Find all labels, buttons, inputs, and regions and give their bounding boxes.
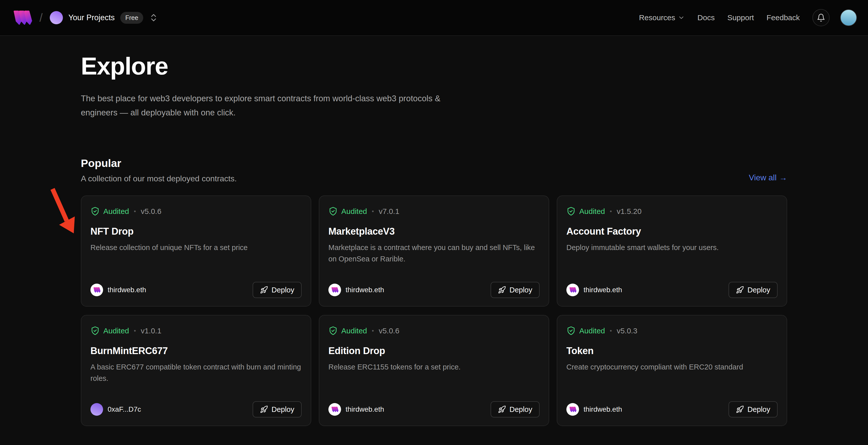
shield-check-icon bbox=[566, 206, 576, 216]
rocket-icon bbox=[736, 405, 744, 413]
publisher-avatar bbox=[566, 284, 579, 296]
contract-card-burnminterc677[interactable]: Audited • v1.0.1 BurnMintERC677 A basic … bbox=[81, 315, 311, 426]
meta-dot-icon: • bbox=[134, 208, 136, 215]
publisher-avatar bbox=[90, 284, 103, 296]
page-description: The best place for web3 developers to ex… bbox=[81, 91, 455, 120]
meta-dot-icon: • bbox=[610, 327, 612, 335]
card-title: BurnMintERC677 bbox=[90, 346, 302, 356]
version-label: v1.0.1 bbox=[141, 326, 161, 335]
notifications-button[interactable] bbox=[812, 9, 830, 26]
audited-label: Audited bbox=[103, 326, 129, 335]
bell-icon bbox=[817, 13, 825, 22]
rocket-icon bbox=[260, 405, 268, 413]
contract-card-token[interactable]: Audited • v5.0.3 Token Create cryptocurr… bbox=[557, 315, 787, 426]
publisher-link[interactable]: 0xaF...D7c bbox=[90, 403, 141, 416]
publisher-name: thirdweb.eth bbox=[584, 405, 622, 413]
deploy-button-label: Deploy bbox=[272, 405, 294, 414]
contract-card-edition-drop[interactable]: Audited • v5.0.6 Edition Drop Release ER… bbox=[319, 315, 549, 426]
shield-check-icon bbox=[329, 326, 338, 336]
deploy-button-label: Deploy bbox=[747, 286, 770, 294]
audited-label: Audited bbox=[579, 326, 605, 335]
deploy-button[interactable]: Deploy bbox=[491, 401, 539, 417]
deploy-button[interactable]: Deploy bbox=[491, 282, 539, 298]
audited-badge: Audited • v5.0.3 bbox=[566, 326, 778, 336]
section-title-popular: Popular bbox=[81, 157, 237, 169]
audited-badge: Audited • v5.0.6 bbox=[90, 206, 302, 216]
publisher-name: 0xaF...D7c bbox=[107, 405, 141, 413]
card-description: Release collection of unique NFTs for a … bbox=[90, 242, 302, 253]
breadcrumb-slash: / bbox=[39, 11, 43, 25]
contract-card-account-factory[interactable]: Audited • v1.5.20 Account Factory Deploy… bbox=[557, 195, 787, 307]
deploy-button[interactable]: Deploy bbox=[728, 401, 778, 417]
audited-label: Audited bbox=[341, 207, 367, 216]
version-label: v5.0.6 bbox=[141, 207, 161, 216]
shield-check-icon bbox=[329, 206, 338, 216]
nav-link-support[interactable]: Support bbox=[727, 13, 754, 22]
card-description: Marketplace is a contract where you can … bbox=[329, 242, 539, 265]
rocket-icon bbox=[498, 286, 506, 294]
publisher-avatar bbox=[329, 284, 341, 296]
audited-badge: Audited • v7.0.1 bbox=[329, 206, 539, 216]
contract-card-grid: Audited • v5.0.6 NFT Drop Release collec… bbox=[81, 195, 787, 426]
explore-page: Explore The best place for web3 develope… bbox=[0, 36, 868, 426]
deploy-button[interactable]: Deploy bbox=[728, 282, 778, 298]
deploy-button[interactable]: Deploy bbox=[253, 401, 302, 417]
version-label: v7.0.1 bbox=[379, 207, 399, 216]
card-title: Edition Drop bbox=[329, 346, 539, 356]
top-navbar: / Your Projects Free Resources Docs Supp… bbox=[0, 0, 868, 36]
contract-card-marketplacev3[interactable]: Audited • v7.0.1 MarketplaceV3 Marketpla… bbox=[319, 195, 549, 307]
audited-label: Audited bbox=[341, 326, 367, 335]
card-title: Token bbox=[566, 346, 778, 356]
user-avatar[interactable] bbox=[840, 9, 857, 26]
audited-badge: Audited • v1.5.20 bbox=[566, 206, 778, 216]
publisher-name: thirdweb.eth bbox=[107, 286, 146, 294]
deploy-button-label: Deploy bbox=[509, 405, 532, 414]
publisher-name: thirdweb.eth bbox=[346, 286, 384, 294]
thirdweb-logo[interactable] bbox=[12, 10, 32, 25]
publisher-avatar bbox=[566, 403, 579, 416]
rocket-icon bbox=[498, 405, 506, 413]
card-title: MarketplaceV3 bbox=[329, 226, 539, 237]
card-description: Create cryptocurrency compliant with ERC… bbox=[566, 361, 778, 373]
card-description: Release ERC1155 tokens for a set price. bbox=[329, 361, 539, 373]
publisher-link[interactable]: thirdweb.eth bbox=[329, 403, 384, 416]
publisher-avatar bbox=[329, 403, 341, 416]
project-avatar bbox=[50, 11, 63, 24]
arrow-right-icon: → bbox=[779, 173, 787, 182]
publisher-link[interactable]: thirdweb.eth bbox=[566, 284, 622, 296]
project-switcher[interactable]: Your Projects Free bbox=[50, 11, 159, 24]
view-all-label: View all bbox=[749, 173, 777, 182]
nav-link-resources[interactable]: Resources bbox=[639, 13, 685, 22]
version-label: v5.0.6 bbox=[379, 326, 399, 335]
deploy-button-label: Deploy bbox=[272, 286, 294, 294]
card-description: Deploy immutable smart wallets for your … bbox=[566, 242, 778, 253]
audited-badge: Audited • v5.0.6 bbox=[329, 326, 539, 336]
deploy-button-label: Deploy bbox=[509, 286, 532, 294]
contract-card-nft-drop[interactable]: Audited • v5.0.6 NFT Drop Release collec… bbox=[81, 195, 311, 307]
publisher-name: thirdweb.eth bbox=[346, 405, 384, 413]
publisher-link[interactable]: thirdweb.eth bbox=[566, 403, 622, 416]
nav-link-resources-label: Resources bbox=[639, 13, 675, 22]
deploy-button[interactable]: Deploy bbox=[253, 282, 302, 298]
section-subtitle: A collection of our most deployed contra… bbox=[81, 174, 237, 183]
publisher-link[interactable]: thirdweb.eth bbox=[90, 284, 146, 296]
shield-check-icon bbox=[566, 326, 576, 336]
meta-dot-icon: • bbox=[372, 208, 374, 215]
publisher-avatar bbox=[90, 403, 103, 416]
meta-dot-icon: • bbox=[372, 327, 374, 335]
view-all-link[interactable]: View all → bbox=[749, 173, 787, 182]
meta-dot-icon: • bbox=[134, 327, 136, 335]
chevron-down-icon bbox=[678, 14, 685, 21]
card-title: Account Factory bbox=[566, 226, 778, 237]
audited-label: Audited bbox=[103, 207, 129, 216]
deploy-button-label: Deploy bbox=[747, 405, 770, 414]
meta-dot-icon: • bbox=[610, 208, 612, 215]
publisher-link[interactable]: thirdweb.eth bbox=[329, 284, 384, 296]
project-name: Your Projects bbox=[68, 13, 115, 22]
card-description: A basic ERC677 compatible token contract… bbox=[90, 361, 302, 384]
nav-link-feedback[interactable]: Feedback bbox=[767, 13, 800, 22]
audited-badge: Audited • v1.0.1 bbox=[90, 326, 302, 336]
plan-badge: Free bbox=[120, 12, 143, 24]
shield-check-icon bbox=[90, 206, 100, 216]
nav-link-docs[interactable]: Docs bbox=[698, 13, 715, 22]
